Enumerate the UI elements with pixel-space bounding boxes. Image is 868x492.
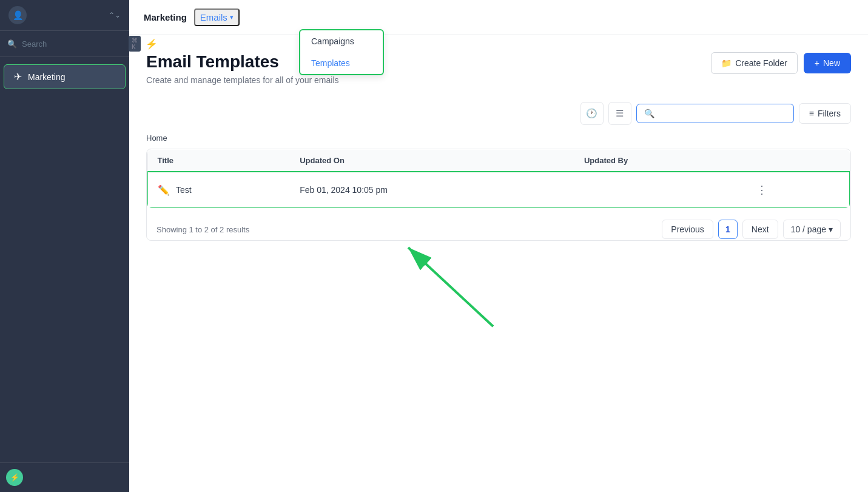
templates-table-wrapper: Title Updated On Updated By ✏️ Test	[146, 149, 851, 241]
pagination-controls: Previous 1 Next 10 / page ▾	[662, 220, 841, 239]
page-content: Email Templates Create and manage templa…	[129, 35, 868, 492]
sidebar-search-bar[interactable]: 🔍 ⌘ K ⚡	[0, 31, 129, 57]
list-icon: ☰	[616, 108, 624, 119]
search-box-icon: 🔍	[644, 109, 654, 118]
search-icon: 🔍	[7, 39, 17, 49]
pagination-row: Showing 1 to 2 of 2 results Previous 1 N…	[147, 211, 850, 240]
list-view-button[interactable]: ☰	[608, 102, 631, 125]
next-button[interactable]: Next	[742, 220, 778, 239]
dropdown-item-templates[interactable]: Templates	[300, 52, 383, 74]
chevron-down-icon: ▾	[230, 13, 234, 21]
sidebar-bottom: ⚡	[0, 462, 129, 492]
emails-dropdown-button[interactable]: Emails ▾	[194, 8, 240, 26]
filters-label: Filters	[818, 109, 841, 118]
per-page-label: 10 / page	[791, 224, 826, 234]
filter-icon: ≡	[809, 109, 814, 118]
sidebar-user-area[interactable]: 👤 ⌃⌄	[0, 0, 129, 31]
main-content: Marketing Emails ▾ Campaigns Templates E…	[129, 0, 868, 492]
clock-view-button[interactable]: 🕐	[580, 102, 604, 125]
new-button[interactable]: + New	[804, 53, 851, 73]
row-more-button[interactable]: ⋮	[752, 181, 772, 199]
topbar: Marketing Emails ▾ Campaigns Templates	[129, 0, 868, 35]
breadcrumb: Home	[146, 133, 851, 143]
sidebar: 👤 ⌃⌄ 🔍 ⌘ K ⚡ ✈ Marketing ⚡	[0, 0, 129, 492]
page-header: Email Templates Create and manage templa…	[146, 52, 851, 85]
per-page-select[interactable]: 10 / page ▾	[783, 220, 841, 239]
clock-icon: 🕐	[586, 108, 597, 119]
col-updated-on: Updated On	[290, 150, 574, 172]
dropdown-item-campaigns[interactable]: Campaigns	[300, 30, 383, 52]
col-actions	[742, 150, 850, 172]
row-actions-cell: ⋮	[742, 172, 850, 208]
toolbar-row: 🕐 ☰ 🔍 ≡ Filters	[146, 102, 851, 125]
table-header-row: Title Updated On Updated By	[147, 150, 850, 172]
sidebar-item-label: Marketing	[28, 72, 65, 82]
sidebar-item-marketing[interactable]: ✈ Marketing	[4, 64, 126, 89]
topbar-title: Marketing	[144, 12, 187, 22]
templates-table: Title Updated On Updated By ✏️ Test	[147, 149, 850, 209]
emails-dropdown-menu: Campaigns Templates	[299, 29, 384, 75]
filters-button[interactable]: ≡ Filters	[799, 103, 851, 124]
arrow-annotation	[384, 229, 505, 339]
row-title-text: Test	[176, 185, 192, 195]
pencil-icon: ✏️	[158, 184, 170, 196]
emails-label: Emails	[200, 12, 227, 22]
row-title-cell: ✏️ Test	[147, 172, 290, 208]
user-chevrons: ⌃⌄	[109, 11, 121, 19]
col-title: Title	[147, 150, 290, 172]
previous-button[interactable]: Previous	[662, 220, 713, 239]
col-updated-by: Updated By	[574, 150, 742, 172]
new-label: New	[823, 58, 840, 68]
folder-icon: 📁	[721, 58, 732, 68]
create-folder-button[interactable]: 📁 Create Folder	[711, 52, 798, 74]
pagination-showing: Showing 1 to 2 of 2 results	[156, 225, 249, 234]
row-updated-on: Feb 01, 2024 10:05 pm	[290, 172, 574, 208]
row-updated-by	[574, 172, 742, 208]
svg-line-1	[408, 248, 493, 326]
marketing-icon: ✈	[14, 71, 22, 83]
create-folder-label: Create Folder	[735, 58, 787, 68]
sidebar-nav: ✈ Marketing	[0, 57, 129, 462]
page-actions: 📁 Create Folder + New	[711, 52, 851, 74]
user-icon: 👤	[8, 6, 27, 24]
table-row[interactable]: ✏️ Test Feb 01, 2024 10:05 pm ⋮	[147, 172, 850, 208]
search-input[interactable]	[659, 109, 786, 118]
per-page-chevron: ▾	[829, 224, 833, 234]
plus-icon: +	[815, 58, 819, 68]
current-page-number[interactable]: 1	[718, 220, 738, 239]
sidebar-bottom-icon: ⚡	[6, 469, 23, 486]
page-subtitle: Create and manage templates for all of y…	[146, 75, 339, 85]
search-input[interactable]	[22, 39, 124, 49]
search-box[interactable]: 🔍	[636, 104, 794, 123]
